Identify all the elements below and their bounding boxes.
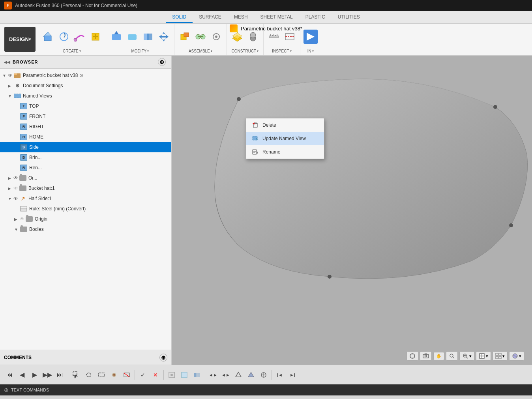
context-menu-item-rename[interactable]: Rename [246,145,324,159]
nav-icon-2[interactable] [179,369,190,380]
grid-btn[interactable]: ▾ [493,351,508,361]
comments-add-button[interactable]: ⊕ [159,354,167,362]
tab-solid[interactable]: SOLID [166,12,193,23]
status-text: TEXT COMMANDS [11,388,49,392]
playback-play-icon[interactable]: ▶ [29,369,40,380]
tree-label-home: HOME [29,134,43,140]
construct-group-label[interactable]: CONSTRUCT [231,49,259,53]
browser-add-button[interactable]: ⊕ [158,58,166,66]
playback-end-icon[interactable]: ⏭ [54,369,66,380]
inspect-group-label[interactable]: INSPECT [272,49,291,53]
tree-item-origin2[interactable]: ▶ 👁 Origin [0,214,171,224]
environment-btn[interactable]: ▾ [509,351,524,361]
folder-icon-origin2 [25,215,33,223]
hand-btn[interactable]: ✋ [433,352,444,360]
orbit-btn[interactable] [406,351,418,361]
ribbon-group-assemble: ASSEMBLE [174,24,227,55]
tab-utilities[interactable]: UTILITIES [332,12,366,23]
svg-rect-38 [14,73,17,75]
create-sweep-icon[interactable] [73,30,87,44]
tree-item-origin1[interactable]: ▶ 👁 Or... [0,173,171,183]
lasso-icon[interactable] [83,369,94,380]
viewport[interactable]: ✋ ▾ ▾ ▾ ▾ [172,56,532,365]
nav-icon-4[interactable]: ◄► [208,369,219,380]
window-select-icon[interactable] [96,369,107,380]
paint-select-icon[interactable] [109,369,120,380]
modify-fillet-icon[interactable] [125,30,139,44]
playback-prev-icon[interactable]: ◀ [17,369,28,380]
assemble-new-comp-icon[interactable] [178,30,192,44]
tree-item-top[interactable]: ▶ T TOP [0,101,171,111]
tree-item-front[interactable]: ▶ F FRONT [0,111,171,122]
insert-group-label[interactable]: IN [307,49,314,53]
zoom-fit-btn[interactable] [446,351,458,361]
display-btn[interactable]: ▾ [476,351,491,361]
nav-icon-6[interactable] [233,369,244,380]
create-new-icon[interactable] [88,30,103,44]
eye-icon-bucket[interactable]: 👁 [13,185,18,191]
modify-press-pull-icon[interactable] [109,30,124,44]
playback-start-icon[interactable]: ⏮ [4,369,15,380]
tree-item-doc-settings[interactable]: ▶ ⚙ Document Settings [0,81,171,91]
check-icon[interactable]: ✓ [137,369,148,380]
eye-icon-origin2[interactable]: 👁 [20,216,24,222]
tree-item-bodies[interactable]: ▼ Bodies [0,224,171,234]
create-extrude-icon[interactable] [41,30,55,44]
cross-icon[interactable]: ✕ [150,369,161,380]
modify-move-icon[interactable] [157,30,171,44]
nav-icon-5[interactable]: ◄► [220,369,231,380]
nav-icon-8[interactable] [258,369,269,380]
tree-item-rule[interactable]: ▶ Rule: Steel (mm) (Convert) [0,204,171,214]
timeline-next-icon[interactable]: ►| [287,369,298,380]
playback-next-icon[interactable]: ▶▶ [42,369,53,380]
nav-icon-3[interactable] [191,369,202,380]
create-group-label[interactable]: CREATE [63,49,81,53]
view-icon-right: R [20,123,28,131]
tree-label-bodies: Bodies [29,227,44,232]
select-icon[interactable] [71,369,82,380]
timeline-prev-icon[interactable]: |◄ [274,369,285,380]
context-menu-item-update[interactable]: Update Named View [246,132,324,145]
svg-line-55 [466,357,468,358]
svg-rect-28 [269,36,279,37]
tab-plastic[interactable]: PLASTIC [299,12,332,23]
assemble-motion-icon[interactable] [209,30,223,44]
eye-icon-root[interactable]: 👁 [8,73,13,78]
assemble-group-label[interactable]: ASSEMBLE [189,49,212,53]
modify-combine-icon[interactable] [141,30,155,44]
tree-item-ren[interactable]: ▶ R Ren... [0,163,171,173]
tree-item-home[interactable]: ▶ H HOME [0,132,171,142]
tab-mesh[interactable]: MESH [228,12,254,23]
zoom-btn[interactable]: ▾ [459,351,474,361]
tree-label-named-views: Named Views [23,93,52,99]
nav-icon-7[interactable] [245,369,257,380]
deselect-icon[interactable] [121,369,132,380]
tree-item-side[interactable]: ▶ S Side [0,142,171,152]
design-dropdown[interactable]: DESIGN [4,27,36,52]
svg-point-86 [113,374,115,376]
insert-icon[interactable] [303,30,318,44]
tree-item-bucket-hat[interactable]: ▶ 👁 Bucket hat:1 [0,183,171,193]
modify-group-label[interactable]: MODIFY [131,49,149,53]
nav-icon-1[interactable] [166,369,177,380]
eye-icon-half-side[interactable]: 👁 [13,196,18,201]
tab-sheet-metal[interactable]: SHEET METAL [254,12,299,23]
svg-rect-8 [112,34,121,40]
eye-icon-origin1[interactable]: 👁 [13,175,18,181]
tree-item-root[interactable]: ▼ 👁 Parametric bucket hat v38 ⊙ [0,70,171,81]
view-icon-side: S [20,143,28,151]
camera-btn[interactable] [420,351,432,361]
viewport-controls: ✋ ▾ ▾ ▾ ▾ [406,351,524,361]
context-menu-item-delete[interactable]: Delete [246,118,324,132]
gear-icon-doc: ⚙ [13,82,21,90]
tree-item-half-side[interactable]: ▼ 👁 ↗ Half Side:1 [0,193,171,204]
tree-item-bring[interactable]: ▶ B Brin... [0,152,171,163]
tree-chevron-doc: ▶ [8,84,13,88]
tree-item-named-views[interactable]: ▼ Named Views [0,91,171,101]
tab-surface[interactable]: SURFACE [193,12,228,23]
tree-item-right[interactable]: ▶ R RIGHT [0,122,171,132]
tree-label-ren: Ren... [29,165,42,170]
assemble-joint-icon[interactable] [193,30,208,44]
create-revolve-icon[interactable] [57,30,71,44]
svg-rect-11 [128,34,137,40]
